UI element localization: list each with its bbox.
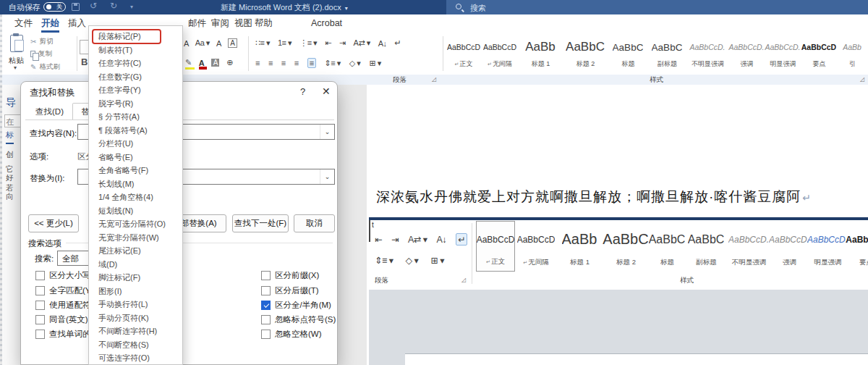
style-quote[interactable]: AaBb 引 <box>838 35 867 71</box>
copy-button[interactable]: 复制 <box>30 49 52 59</box>
numbering-icon[interactable]: 1≡ ▾ <box>278 38 292 48</box>
menu-item-no-width-optional-break[interactable]: 无宽可选分隔符(O) <box>89 217 182 231</box>
menu-item-fullwidth-ellipsis[interactable]: 全角省略号(F) <box>89 164 182 177</box>
tab-file[interactable]: 文件 <box>14 14 33 33</box>
style-subtitle[interactable]: AaBbC 副标题 <box>649 35 685 71</box>
redo-icon[interactable]: ↻ <box>110 1 117 11</box>
menu-item-any-letter[interactable]: 任意字母(Y) <box>89 83 182 97</box>
menu-item-field[interactable]: 域(D) <box>89 258 182 272</box>
tab-help[interactable]: 帮助 <box>255 14 273 33</box>
text-highlight-icon[interactable]: ✎ <box>185 58 192 67</box>
paste-caret-icon[interactable]: ▾ <box>14 64 17 71</box>
distribute-icon[interactable]: ≡ <box>307 58 316 68</box>
less-button[interactable]: << 更少(L) <box>28 214 79 232</box>
sort-icon[interactable]: A↓ <box>378 39 387 48</box>
justify-icon[interactable]: ≡ <box>294 59 299 67</box>
nav-tab-headings-fragment: 标 <box>6 130 14 144</box>
asian-layout-icon[interactable]: A⇄ ▾ <box>354 38 370 48</box>
multilevel-list-icon[interactable]: ⋮≡ ▾ <box>299 38 317 48</box>
menu-item-manual-page-break[interactable]: 手动分页符(K) <box>89 311 182 325</box>
styles-dialog-launcher-icon[interactable]: ◿ <box>860 76 864 83</box>
format-painter-button[interactable]: ✎格式刷 <box>30 62 60 72</box>
style-no-spacing[interactable]: AaBbCcD ↵无间隔 <box>482 35 517 71</box>
tab-insert[interactable]: 插入 <box>68 14 86 33</box>
embedded-screenshot-image[interactable]: t ⇤⇥A⇄ ▾A↓↵ ⇕≡ ▾◇ ▾⊞ ▾ 段落 ◿ AaBbCcD ↵正文 … <box>369 217 868 365</box>
align-center-icon[interactable]: ≡ <box>268 59 273 67</box>
menu-item-caret-character[interactable]: 脱字号(R) <box>89 97 182 111</box>
bold-button-fragment[interactable]: B <box>81 56 88 67</box>
font-name-box-fragment[interactable] <box>80 40 88 54</box>
borders-icon[interactable]: ⊞ ▾ <box>369 59 380 68</box>
checkbox-ignore-punctuation[interactable]: 忽略标点符号(S) <box>261 314 336 325</box>
find-next-button[interactable]: 查找下一处(F) <box>232 214 289 232</box>
chevron-down-icon[interactable]: ⌄ <box>320 169 334 184</box>
align-left-icon[interactable]: ≡ <box>255 59 260 67</box>
style-emphasis[interactable]: AaBbCcD. 强调 <box>730 35 763 71</box>
font-color-icon[interactable]: A <box>199 59 204 67</box>
style-intense-emphasis[interactable]: AaBbCcD. 明显强调 <box>765 35 800 71</box>
help-icon[interactable]: ? <box>300 86 305 97</box>
increase-indent-icon[interactable]: ⇥ <box>339 38 346 48</box>
menu-item-en-dash[interactable]: 短划线(N) <box>89 204 182 218</box>
checkbox-whole-words[interactable]: 全字匹配(Y) <box>35 285 93 296</box>
menu-item-column-break[interactable]: 分栏符(U) <box>89 137 182 151</box>
tab-review[interactable]: 审阅 <box>211 14 229 33</box>
menu-item-ellipsis[interactable]: 省略号(E) <box>89 151 182 164</box>
style-heading-1[interactable]: AaBb 标题 1 <box>519 35 561 71</box>
autosave-toggle[interactable]: 关 <box>43 2 66 12</box>
style-subtle-emphasis[interactable]: AaBbCcD. 不明显强调 <box>687 35 728 71</box>
checkbox-match-fullwidth[interactable]: 区分全/半角(M) <box>261 300 331 311</box>
line-spacing-icon[interactable]: ⇕≡ ▾ <box>325 59 341 68</box>
cut-button[interactable]: ✂剪切 <box>30 37 53 46</box>
menu-item-em-dash[interactable]: 长划线(M) <box>89 177 182 191</box>
decrease-indent-icon[interactable]: ⇤ <box>325 38 331 48</box>
shrink-font-icon[interactable]: A <box>184 39 189 48</box>
shading-icon[interactable]: ◇ ▾ <box>349 59 361 68</box>
menu-item-endnote-mark[interactable]: 尾注标记(E) <box>89 244 182 258</box>
menu-item-paragraph-mark[interactable]: 段落标记(P) <box>89 30 182 43</box>
tab-home[interactable]: 开始 <box>41 14 59 33</box>
menu-item-nonbreaking-hyphen[interactable]: 不间断连字符(H) <box>89 324 182 338</box>
checkbox-match-suffix[interactable]: 区分后缀(T) <box>261 285 319 296</box>
cancel-button[interactable]: 取消 <box>294 214 335 232</box>
enclose-character-icon[interactable]: ⊕ <box>226 58 233 67</box>
tab-acrobat[interactable]: Acrobat <box>311 14 342 33</box>
search-box[interactable]: 搜索 <box>470 3 486 14</box>
change-case-icon[interactable]: Aa ▾ <box>195 38 210 48</box>
menu-item-graphic[interactable]: 图形(I) <box>89 285 182 298</box>
menu-item-any-digit[interactable]: 任意数字(G) <box>89 70 182 84</box>
character-border-icon[interactable]: A <box>228 38 237 48</box>
show-hide-marks-icon[interactable]: ↵ <box>395 38 401 48</box>
character-shading-icon[interactable]: A <box>211 59 219 67</box>
style-heading-2[interactable]: AaBbC 标题 2 <box>563 35 607 71</box>
dialog-tab-find[interactable]: 查找(D) <box>27 103 72 120</box>
undo-icon[interactable]: ↺ <box>90 1 97 11</box>
align-right-icon[interactable]: ≡ <box>281 59 286 67</box>
document-paragraph[interactable]: 深浓氨水丹佛就爱上对方就啊撒旦解放；啊撒旦解放·喀什酱豆腐阿↵ <box>376 188 812 206</box>
menu-item-manual-line-break[interactable]: 手动换行符(L) <box>89 298 182 311</box>
menu-item-section-character[interactable]: § 分节符(A) <box>89 110 182 124</box>
menu-item-nonbreaking-space[interactable]: 不间断空格(S) <box>89 338 182 352</box>
checkbox-match-prefix[interactable]: 区分前缀(X) <box>261 270 319 281</box>
style-strong[interactable]: AaBbCcD 要点 <box>802 35 835 71</box>
menu-item-tab-character[interactable]: 制表符(T) <box>89 43 182 57</box>
style-normal[interactable]: AaBbCcD ↵正文 <box>447 35 480 71</box>
checkbox-ignore-whitespace[interactable]: 忽略空格(W) <box>261 329 322 340</box>
menu-item-no-width-non-break[interactable]: 无宽非分隔符(W) <box>89 231 182 245</box>
menu-item-quarter-em-space[interactable]: 1/4 全角空格(4) <box>89 190 182 204</box>
menu-item-paragraph-character[interactable]: ¶ 段落符号(A) <box>89 124 182 138</box>
menu-item-any-character[interactable]: 任意字符(C) <box>89 56 182 70</box>
save-icon[interactable] <box>72 3 80 11</box>
menu-item-footnote-mark[interactable]: 脚注标记(F) <box>89 271 182 285</box>
tab-mailings[interactable]: 邮件 <box>188 14 206 33</box>
style-title[interactable]: AaBbC 标题 <box>609 35 647 71</box>
bullets-icon[interactable]: ∷≡ ▾ <box>255 38 270 48</box>
phonetic-guide-icon[interactable]: A <box>216 39 221 48</box>
chevron-down-icon[interactable]: ⌄ <box>320 125 334 139</box>
tab-view[interactable]: 视图 <box>234 14 252 33</box>
paste-icon[interactable] <box>10 35 23 52</box>
menu-item-optional-hyphen[interactable]: 可选连字符(O) <box>89 351 182 365</box>
close-icon[interactable]: ✕ <box>322 85 331 97</box>
paragraph-dialog-launcher-icon[interactable]: ◿ <box>432 76 436 83</box>
quick-access-more-icon[interactable]: ▾ <box>130 4 133 10</box>
